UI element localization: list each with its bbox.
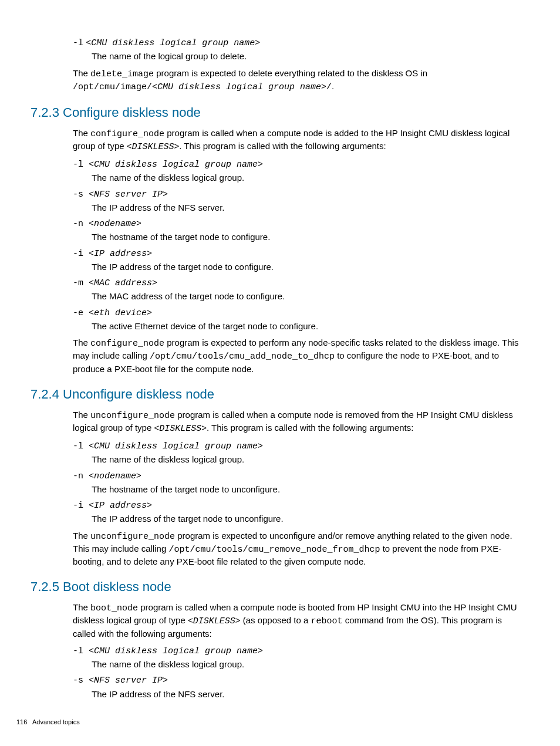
arg-flag: -n	[73, 471, 83, 481]
arg-var: CMU diskless logical group name	[91, 38, 255, 48]
arg-var: nodename	[94, 219, 136, 229]
arg-var: IP address	[94, 501, 147, 511]
arg-item: -l <CMU diskless logical group name>The …	[73, 644, 519, 671]
arg-var: eth device	[94, 308, 147, 318]
arg-flag: -s	[73, 676, 83, 686]
arg-item: -l <CMU diskless logical group name>The …	[73, 440, 519, 466]
arg-flag: -s	[73, 190, 83, 200]
arg-item: -l <CMU diskless logical group name> The…	[73, 36, 519, 63]
arg-item: -s <NFS server IP>The IP address of the …	[73, 674, 519, 700]
arg-var: NFS server IP	[94, 190, 163, 200]
paragraph: The unconfigure_node program is called w…	[73, 409, 519, 436]
page-footer: 116 Advanced topics	[16, 718, 519, 727]
arg-item: -l <CMU diskless logical group name>The …	[73, 158, 519, 184]
paragraph: The configure_node program is expected t…	[73, 337, 519, 375]
paragraph: The boot_node program is called when a c…	[73, 602, 519, 640]
arg-var: CMU diskless logical group name	[94, 441, 258, 451]
arg-item: -i <IP address>The IP address of the tar…	[73, 247, 519, 274]
arg-var: MAC address	[94, 278, 152, 288]
arg-flag: -l	[73, 38, 83, 48]
arg-desc: The IP address of the target node to unc…	[92, 513, 519, 525]
arg-desc: The hostname of the target node to uncon…	[92, 484, 519, 495]
paragraph: The delete_image program is expected to …	[73, 67, 519, 94]
arg-flag: -n	[73, 219, 83, 229]
arg-desc: The IP address of the NFS server.	[92, 202, 519, 214]
arg-item: -i <IP address>The IP address of the tar…	[73, 499, 519, 525]
arg-desc: The IP address of the NFS server.	[92, 688, 519, 700]
arg-var: CMU diskless logical group name	[94, 646, 258, 656]
arg-desc: The name of the logical group to delete.	[92, 50, 519, 62]
arg-desc: The IP address of the target node to con…	[92, 261, 519, 273]
arg-var: NFS server IP	[94, 676, 163, 686]
arg-desc: The MAC address of the target node to co…	[92, 291, 519, 302]
arg-flag: -l	[73, 441, 83, 451]
arg-var: CMU diskless logical group name	[94, 160, 258, 170]
arg-desc: The name of the diskless logical group.	[92, 454, 519, 465]
arg-item: -e <eth device>The active Ethernet devic…	[73, 306, 519, 333]
arg-desc: The name of the diskless logical group.	[92, 172, 519, 184]
chapter-name: Advanced topics	[32, 718, 80, 725]
arg-item: -m <MAC address>The MAC address of the t…	[73, 276, 519, 303]
section-heading-725: 7.2.5 Boot diskless node	[31, 578, 519, 596]
arg-desc: The name of the diskless logical group.	[92, 659, 519, 670]
paragraph: The configure_node program is called whe…	[73, 127, 519, 154]
arg-flag: -i	[73, 249, 83, 259]
arg-flag: -e	[73, 308, 83, 318]
arg-item: -n <nodename>The hostname of the target …	[73, 470, 519, 496]
arg-var: IP address	[94, 249, 147, 259]
page-number: 116	[16, 718, 27, 725]
paragraph: The unconfigure_node program is expected…	[73, 530, 519, 568]
arg-var: nodename	[94, 471, 136, 481]
section-heading-724: 7.2.4 Unconfigure diskless node	[31, 386, 519, 403]
section-heading-723: 7.2.3 Configure diskless node	[31, 104, 519, 121]
arg-flag: -m	[73, 278, 83, 288]
arg-item: -n <nodename>The hostname of the target …	[73, 217, 519, 244]
arg-desc: The hostname of the target node to confi…	[92, 231, 519, 243]
arg-flag: -l	[73, 646, 83, 656]
arg-item: -s <NFS server IP>The IP address of the …	[73, 188, 519, 214]
arg-desc: The active Ethernet device of the target…	[92, 320, 519, 332]
arg-flag: -i	[73, 501, 83, 511]
arg-flag: -l	[73, 160, 83, 170]
